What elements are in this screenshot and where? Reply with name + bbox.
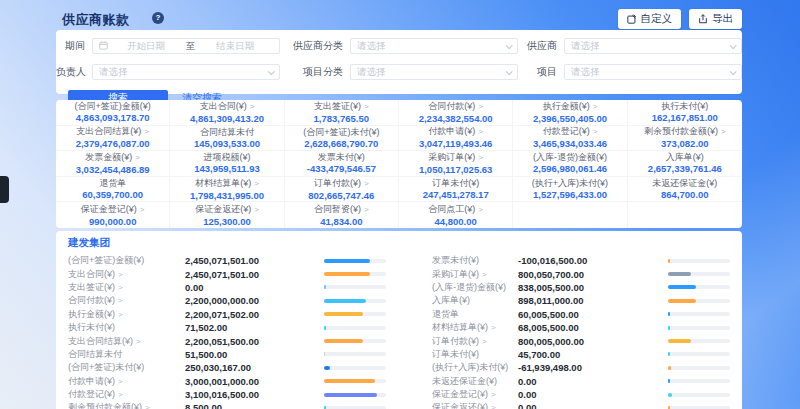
supplier-category-select[interactable]: 请选择	[350, 38, 518, 54]
metric-card[interactable]: 剩余预付款金额(¥)>373,082.00	[628, 126, 742, 152]
group-row-value: 838,005,500.00	[518, 282, 668, 293]
drill-arrow-icon: >	[478, 153, 483, 162]
group-row: 订单未付(¥)45,700.00	[432, 348, 730, 361]
metric-card[interactable]: 合同付款(¥)>2,234,382,554.00	[399, 100, 513, 126]
metric-label: 执行金额(¥)	[543, 101, 590, 111]
start-date-placeholder: 开始日期	[108, 40, 184, 53]
group-row: 入库单(¥)898,011,000.00	[432, 294, 730, 307]
drill-arrow-icon: >	[118, 270, 123, 279]
export-label: 导出	[712, 12, 733, 26]
drill-arrow-icon: >	[364, 102, 369, 111]
metric-value: 4,863,093,178.70	[76, 113, 150, 123]
metric-card[interactable]: 合同点工(¥)>44,800.00	[399, 202, 513, 228]
mini-bar-fill	[324, 299, 366, 303]
group-row[interactable]: 支出合同(¥)>2,450,071,501.00	[68, 267, 386, 280]
metric-label: (合同+签证)金额(¥)	[75, 101, 151, 111]
drill-arrow-icon: >	[118, 310, 123, 319]
project-category-label: 项目分类	[280, 65, 350, 79]
owner-label: 负责人	[56, 65, 92, 79]
export-button[interactable]: 导出	[689, 9, 742, 29]
group-row[interactable]: 执行金额(¥)>2,200,071,502.00	[68, 308, 386, 321]
supplier-select[interactable]: 请选择	[564, 38, 742, 54]
metric-card-empty	[628, 202, 742, 228]
group-row-value: 250,030,167.00	[185, 362, 324, 373]
group-row-value: 60,005,500.00	[518, 309, 668, 320]
help-icon[interactable]: ?	[152, 12, 164, 24]
metric-value: 1,527,596,433.00	[533, 190, 607, 200]
metric-value: 125,300.00	[203, 217, 251, 227]
group-panel: 建发集团 (合同+签证)金额(¥)2,450,071,501.00支出合同(¥)…	[56, 231, 742, 409]
owner-select[interactable]: 请选择	[92, 64, 280, 80]
group-row-label: 付款登记(¥)	[68, 389, 115, 399]
metric-card[interactable]: 支出合同(¥)>4,861,309,413.20	[170, 100, 284, 126]
metric-value: 44,800.00	[435, 217, 477, 227]
drill-arrow-icon: >	[721, 127, 726, 136]
metric-card[interactable]: 付款登记(¥)>3,465,934,033.46	[513, 126, 627, 152]
supplier-label: 供应商	[518, 39, 564, 53]
group-row: 执行未付(¥)71,502.00	[68, 321, 386, 334]
drill-arrow-icon: >	[482, 270, 487, 279]
mini-bar	[324, 339, 386, 343]
metric-card[interactable]: 执行金额(¥)>2,396,550,405.00	[513, 100, 627, 126]
group-row[interactable]: 保证金登记(¥)>0.00	[432, 388, 730, 401]
mini-bar	[324, 326, 386, 330]
group-row-value: 800,050,700.00	[518, 269, 668, 280]
drill-arrow-icon: >	[145, 403, 150, 409]
date-range-input[interactable]: 开始日期 至 结束日期	[92, 38, 280, 54]
group-row[interactable]: 支出合同结算(¥)>2,200,051,500.00	[68, 334, 386, 347]
mini-bar-fill	[324, 285, 326, 289]
project-category-select[interactable]: 请选择	[350, 64, 518, 80]
group-row[interactable]: 订单付款(¥)>800,005,000.00	[432, 334, 730, 347]
metric-value: 145,093,533.00	[194, 139, 260, 149]
metric-value: 2,596,980,061.46	[533, 164, 607, 174]
metric-card[interactable]: 支出签证(¥)>1,783,765.50	[285, 100, 399, 126]
page-title: 供应商账款	[62, 11, 130, 29]
customize-button[interactable]: 自定义	[618, 9, 682, 29]
group-row[interactable]: 采购订单(¥)>800,050,700.00	[432, 267, 730, 280]
metric-label: 保证金返还(¥)	[195, 204, 251, 214]
group-row[interactable]: 支出签证(¥)>0.00	[68, 281, 386, 294]
group-row-label: 订单付款(¥)	[432, 336, 479, 346]
group-row[interactable]: 剩余预付款金额(¥)>8,500.00	[68, 401, 386, 409]
supplier-category-label: 供应商分类	[280, 39, 350, 53]
group-row[interactable]: 保证金返还(¥)>0.00	[432, 401, 730, 409]
mini-bar	[324, 299, 386, 303]
metric-card[interactable]: 订单付款(¥)>802,665,747.46	[285, 177, 399, 203]
metric-card[interactable]: 采购订单(¥)>1,050,117,025.63	[399, 151, 513, 177]
drill-arrow-icon: >	[250, 102, 255, 111]
metric-card[interactable]: 发票金额(¥)>3,032,454,486.89	[56, 151, 170, 177]
group-row-label: 订单未付(¥)	[432, 349, 479, 359]
group-row[interactable]: 合同付款(¥)>2,200,000,000.00	[68, 294, 386, 307]
metric-card[interactable]: 保证金返还(¥)>125,300.00	[170, 202, 284, 228]
group-row-label: (合同+签证)金额(¥)	[68, 255, 144, 265]
drawer-handle[interactable]	[0, 176, 9, 203]
mini-bar	[324, 285, 386, 289]
metric-card[interactable]: 付款申请(¥)>3,047,119,493.46	[399, 126, 513, 152]
group-title[interactable]: 建发集团	[68, 236, 730, 250]
mini-bar-fill	[668, 285, 696, 289]
group-row: 合同结算未付51,500.00	[68, 348, 386, 361]
group-row[interactable]: 付款申请(¥)>3,000,001,000.00	[68, 375, 386, 388]
drill-arrow-icon: >	[593, 102, 598, 111]
end-date-placeholder: 结束日期	[197, 40, 273, 53]
mini-bar	[668, 366, 730, 370]
group-row-value: 0.00	[518, 389, 668, 400]
drill-arrow-icon: >	[118, 283, 123, 292]
metric-card[interactable]: 支出合同结算(¥)>2,379,476,087.00	[56, 126, 170, 152]
mini-bar-fill	[324, 259, 370, 263]
group-row-label: 保证金返还(¥)	[432, 402, 488, 409]
mini-bar-fill	[324, 352, 325, 356]
metric-value: 2,628,668,790.70	[304, 139, 378, 149]
group-row-value: 3,100,016,500.00	[185, 389, 324, 400]
metric-value: 3,047,119,493.46	[419, 139, 492, 149]
group-row: 发票未付(¥)-100,016,500.00	[432, 254, 730, 267]
mini-bar-fill	[668, 272, 691, 276]
metric-card[interactable]: 合同暂资(¥)>41,834.00	[285, 202, 399, 228]
metric-value: 2,379,476,087.00	[76, 139, 150, 149]
group-row[interactable]: 材料结算单(¥)>68,005,500.00	[432, 321, 730, 334]
group-row[interactable]: 付款登记(¥)>3,100,016,500.00	[68, 388, 386, 401]
metric-card[interactable]: 保证金登记(¥)>990,000.00	[56, 202, 170, 228]
metric-label: 合同暂资(¥)	[314, 204, 361, 214]
project-select[interactable]: 请选择	[564, 64, 742, 80]
metric-card[interactable]: 材料结算单(¥)>1,798,431,995.00	[170, 177, 284, 203]
